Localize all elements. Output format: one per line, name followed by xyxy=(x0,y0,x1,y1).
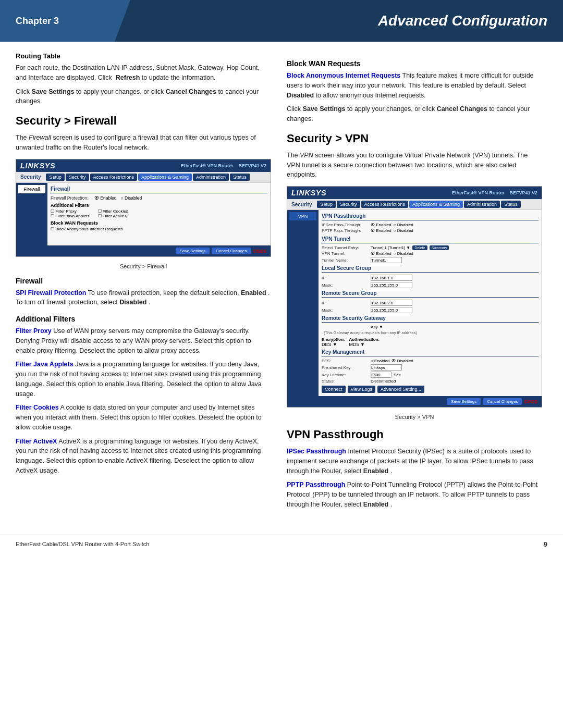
ipsec-disabled[interactable]: ○ Disabled xyxy=(394,223,413,227)
ipsec-enabled-bold: Enabled xyxy=(363,467,389,475)
screenshot-content: Firewall Firewall Firewall Protection: ⦿… xyxy=(16,183,271,245)
des-select[interactable]: DES ▼ xyxy=(322,342,337,347)
fw-protection-radio: ⦿ Enabled ○ Disabled xyxy=(94,195,142,201)
security-nav-label: Security xyxy=(20,174,41,180)
remote-mask-label: Mask: xyxy=(322,308,369,313)
tunnel-name-row: Tunnel Name: xyxy=(322,257,538,263)
pptp-enabled[interactable]: ⦿ Enabled xyxy=(371,228,391,233)
vpn-cisco-logo: cisco xyxy=(524,399,537,404)
fw-protection-row: Firewall Protection: ⦿ Enabled ○ Disable… xyxy=(51,195,267,201)
pptp-enabled-bold: Enabled xyxy=(363,501,389,508)
view-logs-btn[interactable]: View Logs xyxy=(348,386,375,393)
status-row: Status: Disconnected xyxy=(322,379,538,384)
block-anon-row: ☐ Block Anonymous Internet Requests xyxy=(51,227,267,231)
vpn-admin-btn[interactable]: Administration xyxy=(464,201,500,208)
local-mask-row: Mask: xyxy=(322,282,538,288)
auth-group: Authentication: MD5 ▼ xyxy=(349,337,380,347)
security-btn[interactable]: Security xyxy=(66,174,89,181)
vpn-nav-bar: Security Setup Security Access Restricti… xyxy=(287,199,542,210)
fw-enabled-option[interactable]: ⦿ Enabled xyxy=(94,195,117,201)
sidebar-firewall[interactable]: Firewall xyxy=(18,185,45,193)
routing-table-section: Routing Table For each route, the Destin… xyxy=(16,52,271,106)
right-column: Block WAN Requests Block Anonymous Inter… xyxy=(287,52,542,514)
filter-proxy-para: Filter Proxy Use of WAN proxy servers ma… xyxy=(16,326,271,355)
connect-btn[interactable]: Connect xyxy=(322,386,346,393)
filter-proxy-row: ☐ Filter Proxy xyxy=(51,209,90,214)
apps-btn[interactable]: Applications & Gaming xyxy=(138,174,192,181)
vpn-access-btn[interactable]: Access Restrictions xyxy=(361,201,409,208)
status-btn[interactable]: Status xyxy=(230,174,250,181)
vpn-tunnel-row: VPN Tunnel: ⦿ Enabled ○ Disabled xyxy=(322,251,538,256)
firewall-screenshot: LINKSYS EtherFast® VPN Router BEFVP41 V2… xyxy=(16,159,271,257)
save-settings-ref1: Save Settings xyxy=(32,88,75,95)
vpn-passthrough-heading: VPN Passthrough xyxy=(287,428,542,441)
block-wan-para: Block Anonymous Internet Requests This f… xyxy=(287,71,542,100)
access-btn[interactable]: Access Restrictions xyxy=(90,174,138,181)
summary-btn[interactable]: Summary xyxy=(430,245,449,250)
vpn-tunnel-disabled[interactable]: ○ Disabled xyxy=(394,251,413,256)
vpn-security-btn[interactable]: Security xyxy=(337,201,360,208)
page-number: 9 xyxy=(544,540,547,548)
remote-gw-any[interactable]: Any ▼ xyxy=(371,325,383,329)
block-wan-text2: to allow anonymous Internet requests. xyxy=(316,92,426,99)
filter-activex-row: ☐ Filter ActiveX xyxy=(98,214,128,218)
vpn-main-panel: VPN Passthrough IPSec Pass-Through: ⦿ En… xyxy=(319,210,542,396)
ipsec-pt-label: IPSec Pass-Through: xyxy=(322,223,369,227)
tunnel-select[interactable]: Tunnel 1 [Tunnel1] ▼ xyxy=(371,245,410,250)
cancel-btn-screenshot[interactable]: Cancel Changes xyxy=(212,248,251,254)
vpn-sidebar-item[interactable]: VPN xyxy=(289,212,316,220)
delete-btn[interactable]: Delete xyxy=(412,245,427,250)
fw-disabled-option[interactable]: ○ Disabled xyxy=(121,195,142,201)
remote-gw-title: Remote Security Gateway xyxy=(322,315,538,323)
firewall-italic: Firewall xyxy=(29,134,51,141)
vpn-status-btn[interactable]: Status xyxy=(501,201,521,208)
pfs-enabled[interactable]: ○ Enabled xyxy=(371,359,389,363)
encryption-group: Encryption: DES ▼ xyxy=(322,337,345,347)
tunnel-name-input[interactable] xyxy=(371,257,402,263)
block-wan-disabled: Disabled xyxy=(287,92,314,99)
pptp-para: PPTP Passthrough Point-to-Point Tunnelin… xyxy=(287,480,542,509)
routing-table-para1: For each route, the Destination LAN IP a… xyxy=(16,63,271,83)
pptp-disabled[interactable]: ○ Disabled xyxy=(394,228,413,233)
setup-btn[interactable]: Setup xyxy=(46,174,65,181)
vpn-security-label: Security xyxy=(291,202,312,207)
vpn-model-info: EtherFast® VPN Router BEFVP41 V2 xyxy=(452,190,537,195)
key-lifetime-row: Key Lifetime: Sec xyxy=(322,372,538,378)
firewall-screenshot-caption: Security > Firewall xyxy=(16,263,271,269)
vpn-tunnel-enabled[interactable]: ⦿ Enabled xyxy=(371,251,391,256)
spi-text1: To use firewall protection, keep the def… xyxy=(88,289,241,297)
vpn-cancel-btn[interactable]: Cancel Changes xyxy=(483,398,522,405)
filter-activex-para: Filter ActiveX ActiveX is a programming … xyxy=(16,437,271,476)
vpn-apps-btn[interactable]: Applications & Gaming xyxy=(409,201,463,208)
filter-cookies-row: ☐ Filter Cookies xyxy=(98,209,128,214)
remote-mask-input[interactable] xyxy=(371,307,412,313)
admin-btn[interactable]: Administration xyxy=(193,174,229,181)
pfs-disabled[interactable]: ⦿ Disabled xyxy=(391,359,413,363)
pfs-label: PFS: xyxy=(322,359,369,363)
cisco-logo: cisco xyxy=(253,248,266,254)
title-text: Advanced Configuration xyxy=(378,13,547,29)
advanced-setting-btn[interactable]: Advanced Setting... xyxy=(377,386,424,393)
vpn-screenshot-caption: Security > VPN xyxy=(287,414,542,420)
filter-java-link: Filter Java Applets xyxy=(16,361,74,368)
vpn-linksys-logo: LINKSYS xyxy=(291,189,327,197)
filter-left: ☐ Filter Proxy ☐ Filter Java Applets xyxy=(51,209,90,218)
pre-shared-input[interactable] xyxy=(371,364,402,371)
key-lifetime-label: Key Lifetime: xyxy=(322,373,369,377)
vpn-screenshot: LINKSYS EtherFast® VPN Router BEFVP41 V2… xyxy=(287,186,542,408)
local-mask-input[interactable] xyxy=(371,282,412,288)
chapter-text: Chapter 3 xyxy=(16,16,59,27)
vpn-setup-btn[interactable]: Setup xyxy=(317,201,336,208)
model-info: EtherFast® VPN Router BEFVP41 V2 xyxy=(181,163,266,168)
block-wan-heading: Block WAN Requests xyxy=(287,59,542,68)
md5-select[interactable]: MD5 ▼ xyxy=(349,342,364,347)
pptp-pt-row: PPTP Pass-Through: ⦿ Enabled ○ Disabled xyxy=(322,228,538,233)
ipsec-enabled[interactable]: ⦿ Enabled xyxy=(371,223,391,227)
remote-ip-input[interactable] xyxy=(371,300,412,306)
key-lifetime-input[interactable] xyxy=(371,372,391,378)
left-column: Routing Table For each route, the Destin… xyxy=(16,52,271,514)
save-btn-screenshot[interactable]: Save Settings xyxy=(176,248,210,254)
local-ip-input[interactable] xyxy=(371,275,412,281)
routing-table-heading: Routing Table xyxy=(16,52,271,60)
vpn-save-btn[interactable]: Save Settings xyxy=(447,398,481,405)
